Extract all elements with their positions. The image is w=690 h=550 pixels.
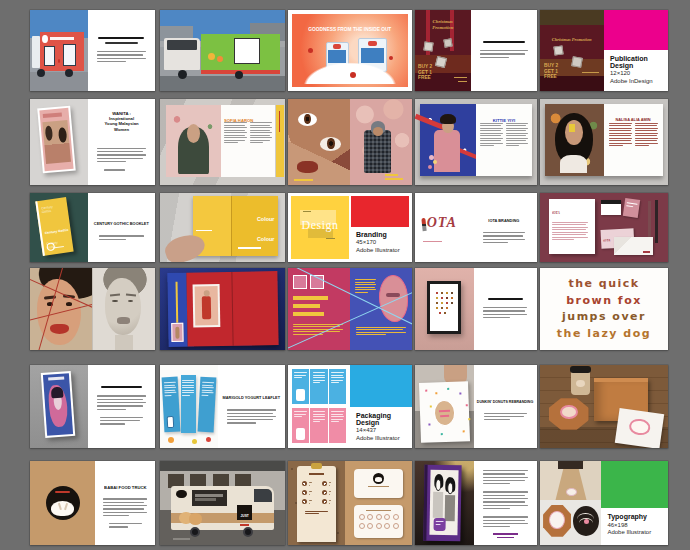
- fox-line: the quick: [568, 276, 639, 293]
- thumb-century-gothic-booklet[interactable]: Century Gothic Century Gothic Century Go…: [30, 193, 155, 262]
- wanita-text-page: WANITA : Inspirational Young Malaysian W…: [88, 99, 156, 185]
- stamp-circle: [367, 514, 373, 520]
- column-lines: [480, 121, 502, 148]
- gift-box: [423, 42, 433, 52]
- thumb-duotone-zine-spread[interactable]: [288, 268, 412, 350]
- body-text-lines: [483, 514, 528, 529]
- caption-bar-yellow: [385, 174, 399, 176]
- goodness-title: GOODNESS FROM THE INSIDE OUT: [309, 27, 392, 33]
- thumb-christmas-spread[interactable]: Christmas Promotion BUY 2 GET 1 FREE: [415, 10, 537, 91]
- book-cover-art: [43, 373, 73, 435]
- kittie-article-page: KITTIE YIYI: [476, 104, 532, 176]
- thumb-purple-zine-spread[interactable]: [415, 461, 537, 545]
- purple-zine-photo: [415, 461, 474, 545]
- eye: [298, 113, 317, 126]
- thumb-kraft-packaging-photo[interactable]: [540, 365, 668, 448]
- jonathan-book-photo: JONATHAN LIANG JONATHAN LIANG JONATHAN L…: [160, 268, 285, 350]
- thumb-iota-logo-spread[interactable]: OTA IOTA BRANDING: [415, 193, 537, 262]
- alphabet-specimen-dots: [436, 292, 438, 294]
- thumb-colour-book-photo[interactable]: Colour Colour: [160, 193, 285, 262]
- thumb-truck-photo-green[interactable]: [160, 10, 285, 91]
- sprinkle-dots: [425, 389, 427, 391]
- century-cover-line: Century Gothic: [41, 205, 55, 214]
- christmas-promo: BUY 2 GET 1 FREE: [544, 63, 564, 80]
- yellow-right-page: Colour Colour: [232, 196, 278, 255]
- menu-item-lines: [309, 481, 312, 488]
- white-blouse: [560, 155, 587, 174]
- thumb-truck-ad-spread[interactable]: [30, 10, 155, 91]
- thumb-menu-stationery-spread[interactable]: [288, 461, 412, 545]
- iota-logo-lockup: OTA: [422, 215, 457, 231]
- thumb-typography-spec[interactable]: Typography 46×198 Adobe Illustrator: [540, 461, 668, 545]
- thumb-framed-typeface-spread[interactable]: [415, 268, 537, 350]
- thumb-quick-brown-fox[interactable]: the quick brown fox jumps over the lazy …: [540, 268, 668, 350]
- nalisa-article-page: NALISA ALIA AMIN: [604, 104, 663, 176]
- project-spec-typography: Typography 46×198 Adobe Illustrator: [601, 508, 668, 542]
- thumb-publication-spec[interactable]: Christmas Promotion BUY 2 GET 1 FREE Pub…: [540, 10, 668, 91]
- card-black-bar: [601, 200, 620, 204]
- portfolio-grid: GOODNESS FROM THE INSIDE OUT Christmas P…: [0, 0, 690, 550]
- dunkin-heading: DUNKIN' DONUTS REBRANDING: [477, 400, 533, 404]
- body-text-lines: [100, 415, 143, 427]
- thumb-magazine-mockup-spread[interactable]: [30, 365, 155, 448]
- red-color-block: [351, 196, 409, 227]
- colour-word: Colour: [257, 216, 274, 222]
- card-caption-bar: [368, 486, 390, 488]
- column-lines: [224, 121, 246, 145]
- goodness-poster-art: GOODNESS FROM THE INSIDE OUT: [292, 14, 408, 87]
- gift-box: [443, 39, 452, 48]
- thumb-collage-spread[interactable]: [288, 99, 412, 185]
- thumb-babai-brand-spread[interactable]: BABAI FOOD TRUCK: [30, 461, 155, 545]
- thumb-wanita-magazine[interactable]: WANITA : Inspirational Young Malaysian W…: [30, 99, 155, 185]
- thumb-food-truck-photo[interactable]: JUST: [160, 461, 285, 545]
- panel: [329, 408, 347, 443]
- man-figure-plaid: [364, 130, 391, 173]
- cake-photos-column: [540, 461, 601, 545]
- equipment-bar: [195, 494, 223, 497]
- open-book: NALISA ALIA AMIN: [545, 104, 663, 176]
- menu-clipboard-photo: [288, 461, 345, 545]
- trifold-panel: [197, 376, 215, 432]
- thumb-kittie-yiyi-book[interactable]: KITTIE YIYI: [415, 99, 537, 185]
- thumb-portrait-drawings[interactable]: [30, 268, 155, 350]
- menu-item: [302, 490, 312, 497]
- iris: [304, 114, 310, 124]
- card-lines: [627, 203, 638, 208]
- spec-title: Branding: [356, 231, 404, 238]
- menu-item-lines: [329, 499, 332, 506]
- thumb-iota-stationery[interactable]: iOTA iOTA: [540, 193, 668, 262]
- thumb-nalisa-book[interactable]: NALISA ALIA AMIN: [540, 99, 668, 185]
- business-card-white: [601, 200, 620, 215]
- thumb-jonathan-liang-book[interactable]: JONATHAN LIANG JONATHAN LIANG JONATHAN L…: [160, 268, 285, 350]
- open-magazine-photo: SOFIA HARON: [160, 99, 285, 185]
- thumb-goodness-poster[interactable]: GOODNESS FROM THE INSIDE OUT: [288, 10, 412, 91]
- branding-spec-panel: Branding 45×170 Adobe Illustrator: [351, 196, 409, 259]
- strawberry-dot: [308, 48, 313, 53]
- thumb-design-branding-spread[interactable]: Design Branding 45×170 Adobe Illustrator: [288, 193, 412, 262]
- babai-heading: BABAI FOOD TRUCK: [104, 485, 146, 490]
- notecard-logo: iOTA: [603, 238, 611, 242]
- body-text-lines: [99, 233, 144, 242]
- spec-tool: Adobe Illustrator: [607, 529, 662, 537]
- body-text-lines: [480, 48, 528, 60]
- thumb-sofia-haron-spread[interactable]: SOFIA HARON: [160, 99, 285, 185]
- stamp-circle: [393, 514, 399, 520]
- colour-word: Colour: [257, 236, 274, 242]
- man-face: [373, 127, 383, 136]
- purple-link-bar[interactable]: [493, 533, 518, 534]
- windshield: [254, 489, 271, 502]
- bubble-lines: [435, 521, 444, 525]
- thumb-marigold-leaflet-spread[interactable]: MARIGOLD YOGURT LEAFLET: [160, 365, 285, 448]
- purple-link-bar[interactable]: [497, 537, 514, 538]
- menu-item: [302, 481, 312, 488]
- character-face: [435, 479, 441, 491]
- face-blob: [45, 126, 53, 141]
- heading-bar: [488, 298, 523, 300]
- pencil: [655, 200, 658, 243]
- thumb-packaging-spec-spread[interactable]: Packaging Design 14×437 Adobe Illustrato…: [288, 365, 412, 448]
- body-text-lines: [97, 393, 146, 411]
- yellow-title-bar: [293, 296, 328, 300]
- cyan-color-block: [350, 365, 412, 407]
- thumb-donut-box-spread[interactable]: DUNKIN' DONUTS REBRANDING: [415, 365, 537, 448]
- cover-title-stack: Century Gothic Century Gothic Century Go…: [37, 197, 74, 258]
